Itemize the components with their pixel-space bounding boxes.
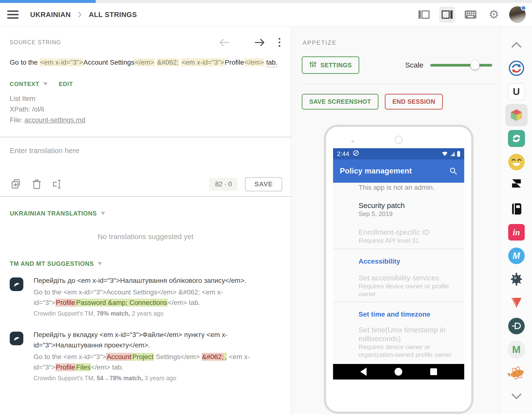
delete-translation-icon[interactable] bbox=[32, 179, 41, 190]
previous-string-icon[interactable] bbox=[219, 39, 229, 47]
translations-collapse-icon[interactable] bbox=[101, 212, 105, 215]
phone-camera-dot bbox=[351, 140, 354, 143]
status-time: 2:44 bbox=[337, 150, 349, 158]
context-edit-button[interactable]: EDIT bbox=[59, 81, 73, 87]
suggestion-meta: Crowdin Support's TM, 54→78% match, 3 ye… bbox=[34, 373, 264, 383]
character-counter: 82 · 0 bbox=[209, 178, 238, 191]
tm-collapse-icon[interactable] bbox=[98, 262, 102, 265]
suggestion-source-diff: Go to the <em x-id="3">Account Settings<… bbox=[34, 287, 264, 308]
phone-section: Set time and timezone bbox=[359, 310, 464, 319]
phone-item[interactable]: Set accessibility servicesRequires devic… bbox=[359, 274, 455, 298]
app-title: Policy management bbox=[340, 167, 412, 175]
no-translations-message: No translations suggested yet bbox=[0, 232, 291, 241]
phone-item[interactable]: Security patchSep 5, 2019 bbox=[359, 201, 455, 218]
nav-back-icon[interactable] bbox=[360, 368, 367, 376]
appetize-settings-button[interactable]: SETTINGS bbox=[302, 56, 359, 74]
next-string-icon[interactable] bbox=[254, 39, 265, 47]
phone-item[interactable]: Enrollment-specific IDRequires API level… bbox=[359, 228, 455, 244]
hamburger-menu-icon[interactable] bbox=[7, 10, 19, 19]
panel-left-layout-icon[interactable] bbox=[416, 7, 432, 23]
medium-app-icon[interactable]: M bbox=[505, 338, 528, 361]
crowdin-tm-icon bbox=[10, 278, 23, 291]
phone-divider bbox=[333, 249, 464, 249]
material-flag-app-icon[interactable] bbox=[505, 291, 528, 314]
mine-app-icon[interactable] bbox=[505, 268, 528, 290]
source-string-label: SOURCE STRING bbox=[10, 39, 61, 46]
invision-app-icon[interactable]: in bbox=[505, 221, 528, 243]
sliders-icon bbox=[309, 61, 316, 69]
appetize-label: APPETIZE bbox=[303, 39, 495, 46]
link-app-icon[interactable] bbox=[505, 127, 528, 150]
context-file-link[interactable]: account-settings.md bbox=[25, 116, 86, 124]
cell-signal-icon bbox=[450, 151, 455, 156]
breadcrumb-language[interactable]: UKRAINIAN bbox=[30, 11, 71, 19]
smiley-app-icon[interactable] bbox=[505, 151, 528, 173]
tm-section-header[interactable]: TM AND MT SUGGESTIONS bbox=[10, 260, 94, 267]
crowdin-tm-icon bbox=[10, 332, 23, 345]
phone-divider bbox=[333, 302, 464, 302]
keyboard-icon[interactable] bbox=[463, 7, 479, 23]
android-status-bar: 2:44 bbox=[333, 148, 464, 159]
color-cube-app-icon[interactable] bbox=[505, 104, 528, 126]
panel-right-layout-icon[interactable] bbox=[439, 7, 455, 23]
scale-slider[interactable] bbox=[430, 64, 492, 67]
phone-speaker bbox=[395, 135, 403, 144]
more-options-icon[interactable] bbox=[278, 37, 281, 48]
phone-item[interactable]: Set time(Unix timestamp in milliseconds)… bbox=[359, 326, 455, 359]
suggestion-meta: Crowdin Support's TM, 78% match, 2 years… bbox=[34, 309, 264, 318]
android-nav-bar bbox=[333, 364, 464, 379]
editor-panel: SOURCE STRING Go to the <em x-id="3">Acc… bbox=[0, 26, 292, 414]
save-translation-button[interactable]: SAVE bbox=[245, 177, 282, 192]
apps-sidebar: U in M bbox=[500, 26, 532, 414]
avatar[interactable] bbox=[509, 6, 526, 23]
suggestion-target-text: Перейдіть до <em x-id="3">Налаштування о… bbox=[34, 276, 264, 286]
tm-suggestion-row[interactable]: Перейдіть у вкладку <em x-id="3">Файли</… bbox=[10, 330, 281, 383]
nav-recents-icon[interactable] bbox=[430, 368, 437, 375]
android-app-bar: Policy management bbox=[333, 159, 464, 183]
letter-u-app-icon[interactable]: U bbox=[505, 80, 528, 103]
wifi-icon bbox=[442, 151, 448, 156]
search-icon[interactable] bbox=[449, 167, 457, 175]
translation-input[interactable]: Enter translation here bbox=[10, 146, 291, 155]
copy-source-icon[interactable] bbox=[11, 179, 21, 190]
save-screenshot-button[interactable]: SAVE SCREENSHOT bbox=[302, 94, 379, 110]
phone-section: Accessibility bbox=[359, 257, 464, 266]
nav-home-icon[interactable] bbox=[395, 368, 402, 375]
tm-suggestions-list: Перейдіть до <em x-id="3">Налаштування о… bbox=[10, 276, 281, 383]
proto-app-icon[interactable] bbox=[505, 315, 528, 337]
framer-app-icon[interactable] bbox=[505, 174, 528, 197]
data-saver-icon bbox=[353, 150, 359, 158]
upload-progress-track bbox=[0, 0, 532, 3]
scale-label: Scale bbox=[405, 61, 423, 69]
context-xpath: XPath: /ol/li bbox=[10, 104, 291, 115]
scale-slider-thumb[interactable] bbox=[470, 61, 479, 70]
context-toggle[interactable]: CONTEXT bbox=[10, 81, 39, 87]
suggestion-source-diff: Go to the <em x-id="3">AccountProject Se… bbox=[34, 352, 264, 373]
context-collapse-icon[interactable] bbox=[43, 82, 48, 86]
source-string-text: Go to the <em x-id="3">Account Settings<… bbox=[10, 57, 286, 68]
divider bbox=[302, 84, 495, 84]
appetize-panel: APPETIZE SETTINGS Scale SAVE SCREENSHOT … bbox=[292, 26, 500, 414]
breadcrumb: UKRAINIAN ALL STRINGS bbox=[30, 11, 137, 19]
upload-progress-fill bbox=[0, 0, 96, 3]
context-type: List Item bbox=[10, 93, 291, 104]
divider bbox=[0, 196, 291, 197]
end-session-button[interactable]: END SESSION bbox=[385, 94, 443, 110]
device-preview: 2:44 Policy management T bbox=[324, 125, 474, 414]
select-text-icon[interactable] bbox=[52, 179, 64, 190]
notebook-app-icon[interactable] bbox=[505, 198, 528, 220]
scroll-down-icon[interactable] bbox=[505, 385, 528, 408]
scroll-up-icon[interactable] bbox=[505, 34, 528, 56]
divider bbox=[0, 137, 291, 137]
marvel-app-icon[interactable]: M bbox=[505, 245, 528, 267]
suggestion-target-text: Перейдіть у вкладку <em x-id="3">Файли</… bbox=[34, 330, 264, 350]
device-screen[interactable]: 2:44 Policy management T bbox=[333, 148, 464, 379]
tm-suggestion-row[interactable]: Перейдіть до <em x-id="3">Налаштування о… bbox=[10, 276, 281, 318]
translations-section-header[interactable]: UKRAINIAN TRANSLATIONS bbox=[10, 210, 97, 217]
settings-gear-icon[interactable]: ⚙ bbox=[486, 7, 502, 23]
breadcrumb-section[interactable]: ALL STRINGS bbox=[89, 11, 137, 19]
breadcrumb-chevron-icon bbox=[77, 11, 82, 18]
sync-icon[interactable] bbox=[505, 57, 528, 79]
zeplin-app-icon[interactable] bbox=[505, 362, 528, 384]
context-file-row: File: account-settings.md bbox=[10, 115, 291, 125]
